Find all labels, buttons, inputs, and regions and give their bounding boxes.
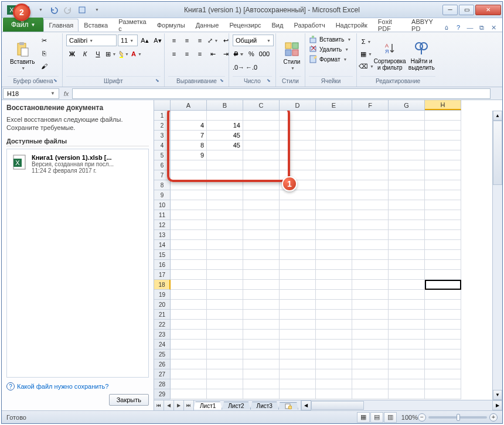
cell[interactable] [171, 379, 207, 389]
row-header[interactable]: 26 [154, 359, 171, 369]
cell[interactable] [352, 190, 389, 200]
number-format-combo[interactable]: Общий▼ [233, 35, 274, 46]
cell[interactable] [352, 220, 389, 230]
cell[interactable] [243, 300, 280, 310]
row-header[interactable]: 2 [154, 121, 171, 131]
cell[interactable] [316, 190, 352, 200]
cell[interactable] [352, 300, 389, 310]
cell[interactable] [425, 121, 461, 131]
cell[interactable] [316, 349, 352, 359]
column-header[interactable]: E [316, 100, 352, 110]
cell[interactable] [316, 111, 352, 121]
cell[interactable] [207, 240, 243, 250]
comma-icon[interactable]: 000 [258, 48, 270, 60]
cell[interactable] [352, 349, 389, 359]
cell[interactable] [316, 160, 352, 170]
zoom-in-icon[interactable]: + [489, 413, 498, 421]
cell[interactable] [207, 190, 243, 200]
inc-decimal-icon[interactable]: .0→ [233, 61, 244, 73]
cell[interactable] [207, 260, 243, 270]
cell[interactable] [280, 290, 316, 300]
sheet-tab[interactable]: Лист2 [222, 402, 250, 410]
align-middle-icon[interactable]: ≡ [181, 35, 193, 46]
scroll-thumb[interactable] [493, 121, 502, 185]
cell[interactable] [316, 379, 352, 389]
cell[interactable] [207, 210, 243, 220]
recovery-file-item[interactable]: X Книга1 (version 1).xlsb [... Версия, с… [9, 152, 146, 176]
percent-icon[interactable]: % [246, 48, 257, 60]
cell[interactable] [243, 240, 280, 250]
cell[interactable] [243, 369, 280, 379]
cell[interactable] [243, 131, 280, 140]
cell[interactable] [352, 121, 389, 131]
cell[interactable] [207, 359, 243, 369]
cell[interactable] [389, 250, 425, 260]
horizontal-scrollbar[interactable]: ◀ ▶ [301, 400, 502, 410]
cell[interactable] [207, 250, 243, 260]
format-cells-button[interactable]: Формат▼ [309, 54, 353, 64]
italic-icon[interactable]: К [79, 48, 91, 60]
tab-developer[interactable]: Разработч [288, 19, 330, 32]
cell[interactable] [316, 180, 352, 190]
cell[interactable] [352, 310, 389, 320]
insert-cells-button[interactable]: Вставить▼ [309, 35, 353, 44]
cell[interactable] [352, 290, 389, 300]
cell[interactable] [243, 210, 280, 220]
cell[interactable] [352, 359, 389, 369]
tab-layout[interactable]: Разметка с [113, 19, 152, 32]
cell[interactable] [316, 240, 352, 250]
format-painter-icon[interactable]: 🖌 [38, 60, 50, 72]
help-icon[interactable]: ? [454, 23, 462, 32]
cell[interactable]: 45 [207, 140, 243, 150]
cell[interactable] [280, 160, 316, 170]
row-header[interactable]: 16 [154, 260, 171, 270]
cell[interactable] [243, 270, 280, 280]
cell[interactable] [280, 270, 316, 280]
cell[interactable] [425, 300, 461, 310]
row-header[interactable]: 23 [154, 330, 171, 340]
cell[interactable] [207, 379, 243, 389]
align-center-icon[interactable]: ≡ [181, 48, 193, 60]
cell[interactable] [243, 250, 280, 260]
row-header[interactable]: 14 [154, 240, 171, 250]
indent-dec-icon[interactable]: ⇤ [207, 48, 219, 60]
fill-icon[interactable]: ▦▼ [360, 48, 372, 60]
cell[interactable] [316, 170, 352, 180]
cell[interactable] [171, 260, 207, 270]
sheet-next-icon[interactable]: ▶ [174, 400, 184, 410]
cell[interactable] [352, 160, 389, 170]
tab-insert[interactable]: Вставка [79, 19, 113, 32]
cell[interactable] [316, 140, 352, 150]
paste-button[interactable]: Вставить ▼ [8, 35, 37, 76]
clear-icon[interactable]: ⌫▼ [360, 60, 372, 72]
cell[interactable] [352, 200, 389, 210]
column-header[interactable]: F [352, 100, 389, 110]
cell[interactable] [243, 260, 280, 270]
autosum-icon[interactable]: Σ▼ [360, 36, 372, 47]
cell[interactable] [316, 250, 352, 260]
cell[interactable] [352, 340, 389, 349]
cell[interactable] [243, 340, 280, 349]
tab-foxit[interactable]: Foxit PDF [373, 19, 406, 32]
cell[interactable] [207, 340, 243, 349]
name-box[interactable]: H18▼ [3, 88, 59, 99]
cell[interactable]: 9 [171, 150, 207, 160]
cell[interactable] [389, 280, 425, 290]
cell[interactable] [243, 111, 280, 121]
cell[interactable] [207, 111, 243, 121]
underline-icon[interactable]: Ч [92, 48, 104, 60]
cell[interactable] [171, 290, 207, 300]
align-bottom-icon[interactable]: ≡ [194, 35, 206, 46]
sheet-first-icon[interactable]: ⏮ [154, 400, 164, 410]
minimize-button[interactable]: ─ [442, 5, 458, 15]
tab-formulas[interactable]: Формулы [152, 19, 190, 32]
cell[interactable] [389, 160, 425, 170]
cell[interactable] [243, 310, 280, 320]
orientation-icon[interactable]: ⤢▼ [207, 35, 219, 46]
row-header[interactable]: 12 [154, 220, 171, 230]
cell[interactable] [280, 310, 316, 320]
cell[interactable] [425, 160, 461, 170]
cell[interactable] [425, 150, 461, 160]
row-header[interactable]: 15 [154, 250, 171, 260]
zoom-out-icon[interactable]: − [418, 413, 426, 421]
